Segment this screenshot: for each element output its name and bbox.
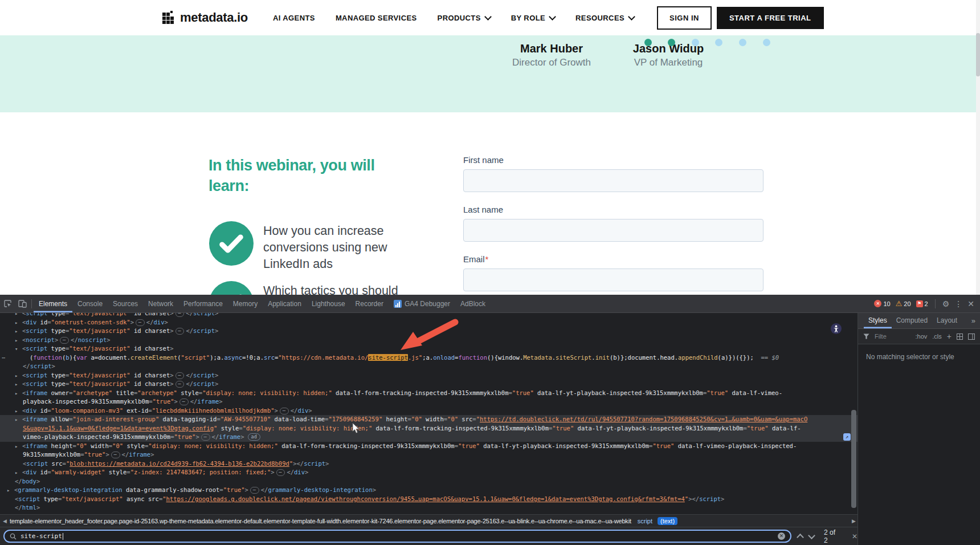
dom-tree-row[interactable]: ▸<iframe allow="join-ad-interest-group" … [0,415,858,424]
dom-tree-row[interactable]: <script type="text/javascript" async src… [0,495,858,504]
dom-tree-row[interactable]: <script src="blob:https://metadata.io/cd… [0,459,858,469]
devtools-tab-recorder[interactable]: Recorder [350,295,389,312]
collapsed-content-icon[interactable]: ⋯ [280,408,289,414]
dom-tree-row[interactable]: S&uapv=15.1.1&uaw=0&fledge=1&data=event%… [0,424,858,433]
dom-tree-row[interactable]: ▸<iframe height="0" width="0" style="dis… [0,442,858,451]
expand-arrow-icon[interactable]: ▾ [15,345,22,354]
expand-arrow-icon[interactable]: ▸ [15,319,22,328]
nav-item-managed-services[interactable]: MANAGED SERVICES [336,14,417,22]
settings-gear-icon[interactable]: ⚙ [942,299,950,308]
element-classes-button[interactable]: .cls [932,333,942,340]
clear-search-icon[interactable]: ✕ [778,532,785,540]
collapsed-content-icon[interactable]: ⋯ [175,381,185,388]
expand-arrow-icon[interactable]: ▸ [15,442,22,452]
breadcrumb-node[interactable]: script [638,518,652,524]
devtools-tab-network[interactable]: Network [143,295,178,312]
dom-tree-row[interactable]: </script> [0,362,858,371]
sidebar-tab-layout[interactable]: Layout [932,313,962,328]
expand-arrow-icon[interactable]: ▸ [15,416,22,425]
collapsed-content-icon[interactable]: ⋯ [250,487,259,494]
breadcrumb-scroll-left-icon[interactable]: ◀ [0,518,10,524]
dom-tree-row[interactable]: ▸<script type="text/javascript" id chars… [0,313,858,318]
search-input[interactable]: site-script ✕ [3,530,791,543]
dom-tree-row[interactable]: ▸<script type="text/javascript" id chars… [0,380,858,389]
sidebar-tab-computed[interactable]: Computed [892,313,932,328]
more-tabs-icon[interactable]: » [971,316,980,325]
devtools-tab-elements[interactable]: Elements [34,295,72,312]
dom-tree-row[interactable]: ▸<grammarly-desktop-integration data-gra… [0,486,858,495]
devtools-tab-console[interactable]: Console [72,295,108,312]
devtools-tab-ga4-debugger[interactable]: GA4 Debugger [389,295,455,312]
dom-tree-row[interactable]: vimeo-playback-inspected-9k315xmmmykxlb0… [0,433,858,442]
resource-link[interactable]: https://td.doubleclick.net/td/rul/945507… [480,416,807,422]
search-previous-icon[interactable] [797,534,804,541]
expand-arrow-icon[interactable]: ▸ [15,469,22,478]
accessibility-person-icon[interactable] [831,323,842,334]
inspect-element-icon[interactable] [0,295,15,312]
collapsed-content-icon[interactable]: ⋯ [136,319,145,326]
site-logo[interactable]: metadata.io [161,10,248,25]
collapsed-content-icon[interactable]: ⋯ [175,328,185,335]
nav-item-ai-agents[interactable]: AI AGENTS [273,14,315,22]
expand-arrow-icon[interactable]: ▸ [15,407,22,416]
collapsed-content-icon[interactable]: ⋯ [60,337,69,344]
sign-in-button[interactable]: SIGN IN [657,6,712,30]
device-toolbar-icon[interactable] [15,295,30,312]
computed-panel-icon[interactable] [968,333,975,340]
collapsed-content-icon[interactable]: ⋯ [276,469,285,476]
dom-tree-row[interactable]: playback-inspected-9k315xmmmykxlb0m="tru… [0,397,858,406]
devtools-tab-sources[interactable]: Sources [108,295,143,312]
devtools-tab-adblock[interactable]: AdBlock [455,295,491,312]
devtools-tab-performance[interactable]: Performance [178,295,228,312]
dom-tree-row[interactable]: ▸<script type="text/javascript" id chars… [0,371,858,380]
collapsed-content-icon[interactable]: ⋯ [175,372,185,379]
dom-tree-row[interactable]: ▸<div id="onetrust-consent-sdk">⋯</div> [0,318,858,327]
sidebar-tab-styles[interactable]: Styles [864,313,892,328]
console-warnings-badge[interactable]: ⚠20 [896,299,911,308]
dom-tree-row[interactable]: </body> [0,477,858,486]
dom-tree-row[interactable]: ▾<script type="text/javascript" id chars… [0,344,858,353]
dom-tree-row[interactable]: ▸<iframe owner="archetype" title="archet… [0,389,858,398]
dom-tree-row[interactable]: ▸<div id="loom-companion-mv3" ext-id="li… [0,406,858,416]
expand-arrow-icon[interactable]: ▸ [15,327,22,336]
dom-tree-row[interactable]: ▸<noscript>⋯</noscript> [0,336,858,345]
collapsed-content-icon[interactable]: ⋯ [111,452,120,458]
styles-filter-input[interactable]: Filte [875,333,910,340]
expand-arrow-icon[interactable]: ▸ [7,486,14,495]
resource-link[interactable]: S&uapv=15.1.1&uaw=0&fledge=1&data=event%… [23,425,214,432]
issues-badge[interactable]: ⚑2 [916,300,928,307]
new-style-rule-button[interactable]: + [947,332,952,341]
collapsed-content-icon[interactable]: ⋯ [179,398,189,405]
devtools-tab-memory[interactable]: Memory [228,295,263,312]
close-search-icon[interactable]: ✕ [852,532,858,540]
elements-scrollbar-thumb[interactable] [851,410,856,508]
dom-tree-row[interactable]: </html> [0,503,858,513]
text-input[interactable] [463,269,763,291]
breadcrumb-selected-node[interactable]: (text) [658,517,677,525]
grid-overlay-icon[interactable] [957,333,963,340]
reveal-icon[interactable]: ↗ [843,433,851,441]
dom-tree-row[interactable]: ▸<div id="warmly-widget" style="z-index:… [0,468,858,477]
start-free-trial-button[interactable]: START A FREE TRIAL [717,7,824,29]
nav-item-by-role[interactable]: BY ROLE [511,14,555,22]
expand-arrow-icon[interactable]: ▸ [15,336,22,345]
toggle-element-state-button[interactable]: :hov [916,333,928,340]
close-devtools-icon[interactable]: ✕ [967,299,974,308]
dom-tree-row[interactable]: 9k315xmmmykxlb0m="true">⋯</iframe> [0,450,858,459]
text-input[interactable] [463,169,763,192]
resource-link[interactable]: blob:https://metadata.io/cd24d939-fb62-4… [70,460,289,467]
resource-link[interactable]: https://googleads.g.doubleclick.net/page… [166,495,685,502]
page-scrollbar[interactable] [976,0,980,295]
devtools-tab-lighthouse[interactable]: Lighthouse [307,295,350,312]
collapsed-content-icon[interactable]: ⋯ [201,434,210,441]
dom-tree-row[interactable]: ▸<script type="text/javascript" id chars… [0,327,858,336]
breadcrumb-scroll-right-icon[interactable]: ▶ [852,518,856,524]
devtools-tab-application[interactable]: Application [263,295,307,312]
text-input[interactable] [463,219,763,242]
kebab-menu-icon[interactable]: ⋮ [954,299,962,308]
search-next-icon[interactable] [808,532,815,539]
page-scrollbar-thumb[interactable] [976,33,980,76]
expand-arrow-icon[interactable]: ▸ [15,389,22,398]
expand-arrow-icon[interactable]: ▸ [15,380,22,389]
nav-item-products[interactable]: PRODUCTS [438,14,491,22]
